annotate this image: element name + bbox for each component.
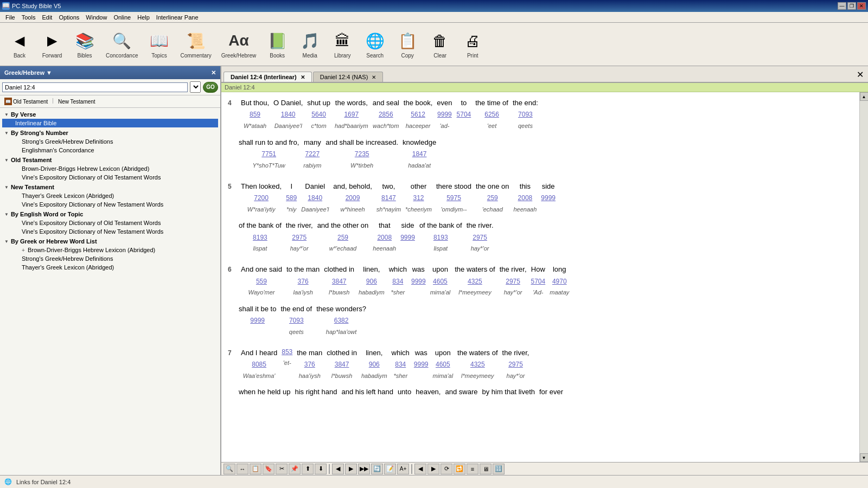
library-button[interactable]: 🏛 Library <box>327 27 358 61</box>
search-button[interactable]: 🌐 Search <box>360 27 390 61</box>
tree-section-english: ▼ By English Word or Topic Vine's Exposi… <box>2 210 218 236</box>
new-testament-tab[interactable]: New Testament <box>58 98 95 105</box>
btool-up[interactable]: ⬆ <box>302 464 314 474</box>
word-and-seal: and seal 2856 wach*tom <box>373 97 399 132</box>
btool-next[interactable]: ▶ <box>427 464 439 474</box>
sidebar-item-strongs-definitions[interactable]: Strong's Greek/Hebrew Definitions <box>2 137 218 146</box>
close-button[interactable]: ✕ <box>857 2 866 10</box>
tab-nas-close[interactable]: ✕ <box>372 74 376 80</box>
btool-sync[interactable]: ⟳ <box>441 464 452 474</box>
btool-clipboard[interactable]: 📋 <box>250 464 261 474</box>
btool-bookmark[interactable]: 🔖 <box>263 464 275 474</box>
sidebar-collapse-icon[interactable]: ✕ <box>211 69 216 76</box>
restore-button[interactable]: ❐ <box>847 2 856 10</box>
menu-window[interactable]: Window <box>82 13 110 22</box>
sidebar-item-thayer[interactable]: Thayer's Greek Lexicon (Abridged) <box>2 191 218 200</box>
verse-dropdown[interactable]: ▼ <box>190 81 201 93</box>
section-label-nt: New Testament <box>11 184 54 190</box>
scroll-down-arrow[interactable]: ▼ <box>860 453 869 462</box>
tab-nas[interactable]: Daniel 12:4 (NAS) ✕ <box>313 72 384 82</box>
separator-2 <box>411 464 412 474</box>
commentary-button[interactable]: 📜 Commentary <box>176 27 215 61</box>
btool-fontsize[interactable]: A+ <box>397 464 409 474</box>
sidebar-title: Greek/Hebrew ▼ <box>4 69 52 76</box>
btool-play[interactable]: ▶▶ <box>358 464 370 474</box>
btool-screen[interactable]: 🖥 <box>480 464 492 474</box>
commentary-icon: 📜 <box>185 30 207 52</box>
sidebar-item-strongs-list[interactable]: Strong's Greek/Hebrew Definitions <box>2 254 218 263</box>
btool-refresh[interactable]: 🔄 <box>371 464 383 474</box>
content-body[interactable]: 4 But thou, 859 W*ataah O Daniel, 1840 D… <box>221 92 859 462</box>
btool-back[interactable]: ◀ <box>332 464 344 474</box>
menu-edit[interactable]: Edit <box>39 13 55 22</box>
verse-6-line-2: shall it be to 9999 the end of 7093 qeet… <box>228 303 853 338</box>
media-button[interactable]: 🎵 Media <box>295 27 325 61</box>
copy-button[interactable]: 📋 Copy <box>392 27 423 61</box>
section-label: By Verse <box>11 111 36 118</box>
sidebar-item-vine-ot-english[interactable]: Vine's Expository Dictionary of Old Test… <box>2 219 218 227</box>
print-label: Print <box>467 53 478 59</box>
btool-prev[interactable]: ◀ <box>414 464 426 474</box>
concordance-button[interactable]: 🔍 Concordance <box>102 27 142 61</box>
scroll-up-arrow[interactable]: ▲ <box>860 92 869 101</box>
sidebar-item-thayer-list[interactable]: Thayer's Greek Lexicon (Abridged) <box>2 263 218 272</box>
btool-cut[interactable]: ✂ <box>276 464 288 474</box>
separator-1 <box>329 464 330 474</box>
bibles-button[interactable]: 📚 Bibles <box>69 27 100 61</box>
btool-loop[interactable]: 🔁 <box>454 464 465 474</box>
tab-interlinear[interactable]: Daniel 12:4 (Interlinear) ✕ <box>224 72 312 82</box>
btool-search[interactable]: 🔍 <box>224 464 235 474</box>
title-bar-left: 📖 PC Study Bible V5 <box>2 2 61 10</box>
books-button[interactable]: 📗 Books <box>262 27 292 61</box>
forward-button[interactable]: ▶ Forward <box>37 27 67 61</box>
menu-tools[interactable]: Tools <box>18 13 39 22</box>
menu-help[interactable]: Help <box>134 13 153 22</box>
verse-4-line-1: 4 But thou, 859 W*ataah O Daniel, 1840 D… <box>228 97 853 132</box>
sidebar: Greek/Hebrew ▼ ✕ ▼ GO 📖 Old Testament | … <box>0 66 221 475</box>
menu-options[interactable]: Options <box>55 13 82 22</box>
sidebar-item-vine-ot[interactable]: Vine's Expository Dictionary of Old Test… <box>2 173 218 182</box>
btool-num[interactable]: 🔢 <box>493 464 505 474</box>
sidebar-item-interlinear-bible[interactable]: Interlinear Bible <box>2 119 218 127</box>
right-scrollbar[interactable]: ▲ ▼ <box>859 92 868 462</box>
minimize-button[interactable]: — <box>838 2 846 10</box>
btool-down[interactable]: ⬇ <box>315 464 327 474</box>
old-testament-tab[interactable]: 📖 Old Testament <box>4 98 48 105</box>
menu-interlinear[interactable]: Interlinear Pane <box>153 13 202 22</box>
verse-input[interactable] <box>2 82 188 92</box>
tree-header-greek-list[interactable]: ▼ By Greek or Hebrew Word List <box>2 237 218 246</box>
menu-file[interactable]: File <box>2 13 18 22</box>
tree-header-by-verse[interactable]: ▼ By Verse <box>2 110 218 119</box>
tree-header-nt[interactable]: ▼ New Testament <box>2 183 218 191</box>
topics-button[interactable]: 📖 Topics <box>144 27 174 61</box>
btool-pin[interactable]: 📌 <box>289 464 301 474</box>
sidebar-item-bdb-plus[interactable]: + Brown-Driver-Briggs Hebrew Lexicon (Ab… <box>2 246 218 254</box>
tab-interlinear-close[interactable]: ✕ <box>301 74 305 80</box>
btool-fwd[interactable]: ▶ <box>345 464 357 474</box>
menu-online[interactable]: Online <box>110 13 134 22</box>
sidebar-item-vine-nt[interactable]: Vine's Expository Dictionary of New Test… <box>2 200 218 209</box>
app-icon: 📖 <box>2 2 10 10</box>
triangle-icon: ▼ <box>4 112 9 117</box>
print-button[interactable]: 🖨 Print <box>457 27 488 61</box>
tree-header-strongs[interactable]: ▼ By Strong's Number <box>2 129 218 137</box>
btool-edit[interactable]: 📝 <box>384 464 396 474</box>
go-button[interactable]: GO <box>203 82 218 93</box>
btool-list[interactable]: ≡ <box>467 464 478 474</box>
tree-header-english[interactable]: ▼ By English Word or Topic <box>2 210 218 219</box>
window-controls: — ❐ ✕ <box>838 2 866 10</box>
sidebar-item-bdb[interactable]: Brown-Driver-Briggs Hebrew Lexicon (Abri… <box>2 164 218 173</box>
new-tab-button[interactable]: ✕ <box>854 67 866 82</box>
back-button[interactable]: ◀ Back <box>4 27 35 61</box>
clear-button[interactable]: 🗑 Clear <box>425 27 455 61</box>
btool-arrows[interactable]: ↔ <box>237 464 248 474</box>
status-text: Links for Daniel 12:4 <box>16 479 71 485</box>
word-many: many 7227 rabiym <box>303 136 321 171</box>
tree-header-ot[interactable]: ▼ Old Testament <box>2 156 218 164</box>
section-label-strongs: By Strong's Number <box>11 130 68 136</box>
verse-num-6: 6 <box>228 263 237 276</box>
sidebar-item-englishman[interactable]: Englishman's Concordance <box>2 146 218 155</box>
sidebar-item-vine-nt-english[interactable]: Vine's Expository Dictionary of New Test… <box>2 227 218 236</box>
greek-hebrew-button[interactable]: Αα Greek/Hebrew <box>218 27 260 61</box>
commentary-label: Commentary <box>180 53 211 59</box>
